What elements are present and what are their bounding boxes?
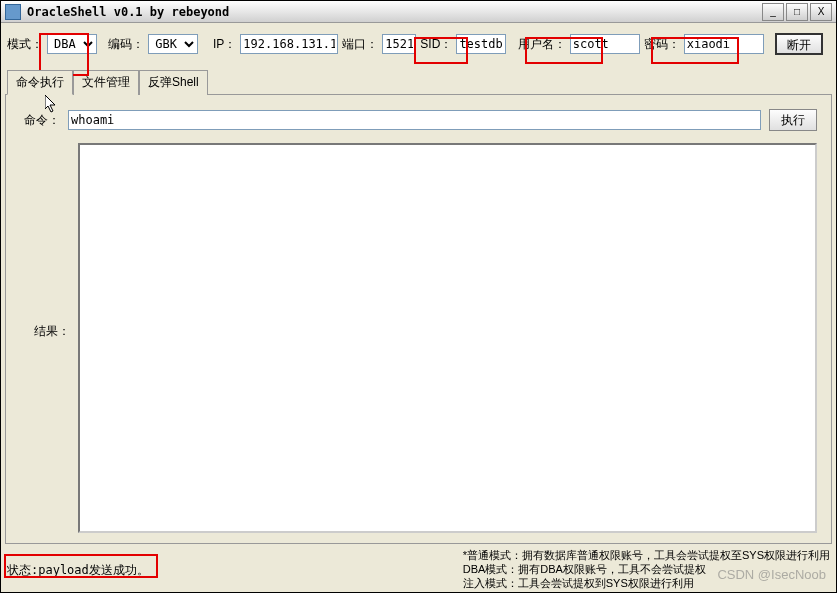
result-row: 结果： xyxy=(20,143,817,533)
status-bar: 状态:payload发送成功。 *普通模式：拥有数据库普通权限账号，工具会尝试提… xyxy=(1,544,836,592)
titlebar: OracleShell v0.1 by rebeyond _ □ X xyxy=(1,1,836,23)
close-button[interactable]: X xyxy=(810,3,832,21)
disconnect-button[interactable]: 断开 xyxy=(775,33,823,55)
cmd-label: 命令： xyxy=(20,112,60,129)
window-title: OracleShell v0.1 by rebeyond xyxy=(27,5,229,19)
port-input[interactable] xyxy=(382,34,416,54)
sid-label: SID： xyxy=(420,36,452,53)
connection-toolbar: 模式： DBA 编码： GBK IP： 端口： SID： 用户名： 密码： 断开 xyxy=(1,23,836,69)
status-text: 状态:payload发送成功。 xyxy=(7,548,149,579)
encoding-label: 编码： xyxy=(108,36,144,53)
maximize-button[interactable]: □ xyxy=(786,3,808,21)
help-inject-mode: 注入模式：工具会尝试提权到SYS权限进行利用 xyxy=(463,576,830,590)
tab-reverse-shell[interactable]: 反弹Shell xyxy=(139,70,208,95)
tab-cmd-exec[interactable]: 命令执行 xyxy=(7,70,73,95)
client-area: 模式： DBA 编码： GBK IP： 端口： SID： 用户名： 密码： 断开… xyxy=(1,23,836,592)
port-label: 端口： xyxy=(342,36,378,53)
result-output[interactable] xyxy=(78,143,817,533)
app-icon xyxy=(5,4,21,20)
pass-label: 密码： xyxy=(644,36,680,53)
minimize-button[interactable]: _ xyxy=(762,3,784,21)
help-common-mode: *普通模式：拥有数据库普通权限账号，工具会尝试提权至SYS权限进行利用 xyxy=(463,548,830,562)
ip-input[interactable] xyxy=(240,34,338,54)
user-input[interactable] xyxy=(570,34,640,54)
ip-label: IP： xyxy=(213,36,236,53)
result-label: 结果： xyxy=(20,143,70,533)
user-label: 用户名： xyxy=(518,36,566,53)
encoding-select[interactable]: GBK xyxy=(148,34,198,54)
execute-button[interactable]: 执行 xyxy=(769,109,817,131)
window-controls: _ □ X xyxy=(762,3,832,21)
sid-input[interactable] xyxy=(456,34,506,54)
tab-strip: 命令执行 文件管理 反弹Shell xyxy=(1,69,836,94)
cmd-input[interactable] xyxy=(68,110,761,130)
mode-help-text: *普通模式：拥有数据库普通权限账号，工具会尝试提权至SYS权限进行利用 DBA模… xyxy=(463,548,830,590)
mode-label: 模式： xyxy=(7,36,43,53)
command-row: 命令： 执行 xyxy=(20,109,817,131)
help-dba-mode: DBA模式：拥有DBA权限账号，工具不会尝试提权 xyxy=(463,562,830,576)
tab-file-manage[interactable]: 文件管理 xyxy=(73,70,139,95)
pass-input[interactable] xyxy=(684,34,764,54)
tab-body: 命令： 执行 结果： xyxy=(5,94,832,544)
mode-select[interactable]: DBA xyxy=(47,34,97,54)
